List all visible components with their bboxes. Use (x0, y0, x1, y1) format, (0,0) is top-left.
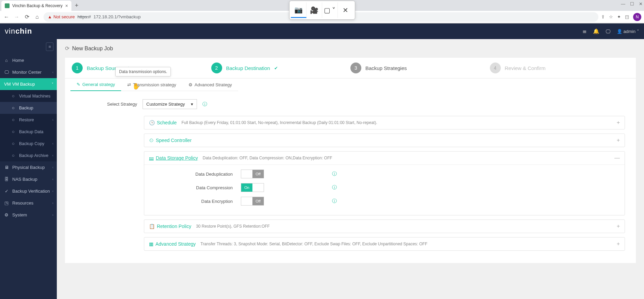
info-icon[interactable]: ⓘ (332, 198, 337, 204)
grid-icon: ▦ (149, 241, 153, 247)
strategy-tabs: ✎General strategy ⇄Transmission strategy… (65, 78, 636, 91)
home-button[interactable]: ⌂ (33, 13, 41, 21)
info-icon[interactable]: ⓘ (332, 184, 337, 191)
sidebar-item-verification[interactable]: ✓Backup Verification‹ (0, 185, 57, 197)
accordion-advanced-header[interactable]: ▦Advanced Strategy Transfer Threads: 3, … (144, 238, 625, 250)
check-icon: ✔ (274, 66, 278, 71)
logo: vinchin (5, 27, 32, 36)
gauge-icon: ⏲ (149, 138, 154, 143)
sidebar-sub-backuparchive[interactable]: ○Backup Archive‹ (0, 150, 57, 161)
refresh-icon[interactable]: ⟳ (65, 45, 69, 52)
main-content: ⟳ New Backup Job 1Backup Source✔ 2Backup… (57, 39, 644, 299)
cursor-icon: ✋ (132, 83, 140, 90)
capture-toolbar: 📷 🎥 ▢ ˅ ✕ (289, 1, 355, 20)
sidebar-sub-restore[interactable]: ○Restore‹ (0, 114, 57, 126)
monitor-icon[interactable]: 🖵 (606, 29, 611, 34)
capture-region-icon[interactable]: ▢ ˅ (322, 2, 338, 18)
chevron-down-icon: ˅ (52, 82, 53, 86)
disk-icon: 🖴 (149, 155, 154, 161)
accordion-schedule: 🕒Schedule Full Backup (Every Friday, 01:… (144, 116, 625, 129)
sidebar-sub-backupcopy[interactable]: ○Backup Copy‹ (0, 138, 57, 150)
cube-icon: ◳ (4, 200, 9, 206)
list-icon[interactable]: ≣ (582, 28, 587, 34)
transfer-icon: ⇄ (127, 82, 131, 87)
capture-video-icon[interactable]: 🎥 (307, 2, 322, 18)
tab-general-strategy[interactable]: ✎General strategy (70, 78, 121, 91)
browser-tab[interactable]: Vinchin Backup & Recovery × (1, 1, 71, 11)
sidebar-item-home[interactable]: ⌂Home (0, 54, 57, 66)
vm-icon: VM (4, 82, 9, 87)
tab-close-icon[interactable]: × (65, 3, 68, 8)
switch-compress[interactable]: On (241, 183, 264, 192)
plus-icon: + (617, 241, 620, 247)
sidebar-item-physical[interactable]: 🖥Physical Backup‹ (0, 161, 57, 173)
accordion-retention-header[interactable]: 📋Retention Policy 30 Restore Point(s), G… (144, 220, 625, 233)
capture-close-icon[interactable]: ✕ (338, 2, 353, 18)
bookmark-icon[interactable]: ☆ (609, 14, 613, 19)
bell-icon[interactable]: 🔔 (593, 28, 599, 34)
sidebar-item-system[interactable]: ⚙System‹ (0, 209, 57, 221)
browser-chrome: Vinchin Backup & Recovery × + — ☐ ✕ ← → … (0, 0, 644, 23)
switch-dedup[interactable]: Off (241, 170, 264, 178)
extensions-icon[interactable]: ✦ (617, 14, 621, 19)
strategy-panel: Select Strategy Customize Strategy▾ ⓘ 🕒S… (65, 91, 636, 263)
capture-screenshot-icon[interactable]: 📷 (291, 2, 307, 18)
accordion-retention: 📋Retention Policy 30 Restore Point(s), G… (144, 219, 625, 233)
tab-title: Vinchin Backup & Recovery (12, 3, 63, 8)
tooltip: Data transmission options. (115, 67, 171, 76)
plus-icon: + (617, 137, 620, 143)
share-icon[interactable]: ⇪ (601, 14, 605, 19)
tab-advanced-strategy[interactable]: ⚙Advanced Strategy (182, 78, 238, 91)
info-icon[interactable]: ⓘ (202, 101, 207, 107)
url-host: 172.18.20.1/?vmbackup (94, 14, 141, 19)
sidebar-item-nas[interactable]: 🗄NAS Backup‹ (0, 173, 57, 185)
select-strategy-dropdown[interactable]: Customize Strategy▾ (143, 99, 197, 109)
plus-icon: + (617, 223, 620, 229)
page-title: ⟳ New Backup Job (65, 45, 636, 52)
sidebar-item-resources[interactable]: ◳Resources‹ (0, 197, 57, 209)
new-tab-button[interactable]: + (71, 2, 82, 9)
step-review-confirm[interactable]: 4Review & Confirm (490, 63, 629, 73)
accordion-advanced: ▦Advanced Strategy Transfer Threads: 3, … (144, 237, 625, 251)
accordion-storage-header[interactable]: 🖴Data Storage Policy Data Deduplication:… (144, 152, 625, 164)
clock-icon: 🕒 (149, 120, 155, 125)
sidebar-item-monitor[interactable]: 🖵Monitor Center‹ (0, 66, 57, 78)
not-secure-badge: ▲ Not secure (48, 14, 75, 19)
info-icon[interactable]: ⓘ (332, 171, 337, 177)
favicon (5, 3, 10, 8)
plus-icon: + (617, 120, 620, 126)
profile-avatar[interactable]: N (633, 13, 641, 21)
sidebar-sub-backup[interactable]: ○Backup (0, 102, 57, 114)
window-close[interactable]: ✕ (639, 1, 643, 6)
opt-compress-label: Data Compression (152, 185, 241, 190)
accordion-speed-header[interactable]: ⏲Speed Controller + (144, 134, 625, 147)
sidebar-item-vmbackup[interactable]: VMVM Backup˅ (0, 78, 57, 90)
sidepanel-icon[interactable]: ◫ (625, 14, 629, 19)
switch-encrypt[interactable]: Off (241, 197, 264, 206)
tab-transmission-strategy[interactable]: ⇄Transmission strategy (121, 78, 182, 91)
sidebar-sub-backupdata[interactable]: ○Backup Data (0, 126, 57, 138)
sidebar-toggle[interactable]: ≡ (0, 39, 57, 54)
opt-dedup-label: Data Deduplication (152, 172, 241, 177)
pencil-icon: ✎ (77, 82, 80, 87)
user-menu[interactable]: 👤 admin ˅ (617, 29, 639, 34)
window-maximize[interactable]: ☐ (630, 1, 634, 6)
forward-button[interactable]: → (13, 13, 20, 21)
accordion-storage-body: Data Deduplication Off ⓘ Data Compressio… (144, 164, 625, 215)
gear-icon: ⚙ (188, 82, 193, 87)
server-icon: 🖥 (4, 165, 9, 170)
select-strategy-label: Select Strategy (76, 102, 137, 107)
accordion-schedule-header[interactable]: 🕒Schedule Full Backup (Every Friday, 01:… (144, 116, 625, 129)
step-backup-strategies[interactable]: 3Backup Strategies (350, 63, 490, 73)
sidebar-sub-virtualmachines[interactable]: ○Virtual Machines (0, 90, 57, 102)
reload-button[interactable]: ⟳ (23, 13, 31, 21)
back-button[interactable]: ← (3, 13, 10, 21)
window-minimize[interactable]: — (621, 1, 625, 6)
calendar-icon: 📋 (149, 224, 155, 229)
chevron-left-icon: ‹ (52, 70, 53, 74)
caret-down-icon: ▾ (191, 102, 193, 107)
window-buttons: — ☐ ✕ (621, 1, 643, 6)
accordion-speed: ⏲Speed Controller + (144, 134, 625, 147)
step-backup-destination[interactable]: 2Backup Destination✔ (211, 63, 351, 73)
minus-icon: — (614, 155, 620, 161)
